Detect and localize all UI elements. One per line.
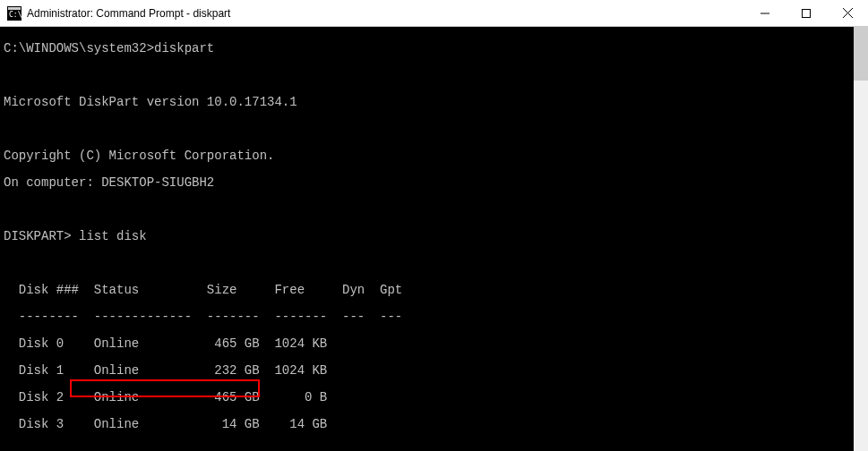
computer-name-line: On computer: DESKTOP-SIUGBH2 [4,176,864,190]
close-button[interactable] [827,0,868,26]
terminal-blank [4,257,864,270]
shell-command: diskpart [154,41,214,55]
svg-rect-1 [8,7,21,10]
window-titlebar: C:\ Administrator: Command Prompt - disk… [0,0,868,27]
terminal-blank [4,445,864,451]
terminal-line: C:\WINDOWS\system32>diskpart [4,42,864,55]
window-title: Administrator: Command Prompt - diskpart [27,7,230,20]
maximize-button[interactable] [786,0,827,26]
vertical-scrollbar[interactable] [854,27,868,451]
diskpart-version: Microsoft DiskPart version 10.0.17134.1 [4,96,864,109]
shell-prompt: C:\WINDOWS\system32> [4,41,154,55]
cmd-icon: C:\ [7,6,21,21]
disk-table-divider: -------- ------------- ------- ------- -… [4,311,864,324]
terminal-blank [4,69,864,82]
diskpart-command: list disk [79,229,147,243]
copyright-line: Copyright (C) Microsoft Corporation. [4,149,864,163]
disk-table-row: Disk 3 Online 14 GB 14 GB [4,418,864,431]
minimize-button[interactable] [744,0,786,26]
terminal-output[interactable]: C:\WINDOWS\system32>diskpart Microsoft D… [0,27,868,451]
disk-table-row: Disk 0 Online 465 GB 1024 KB [4,337,864,351]
scrollbar-thumb[interactable] [854,27,868,81]
disk-table-row: Disk 2 Online 465 GB 0 B [4,391,864,404]
disk-table-row: Disk 1 Online 232 GB 1024 KB [4,364,864,378]
diskpart-prompt: DISKPART> [4,229,79,243]
window-controls [744,0,868,26]
titlebar-left: C:\ Administrator: Command Prompt - disk… [0,6,230,21]
terminal-line: DISKPART> list disk [4,230,864,243]
svg-text:C:\: C:\ [9,11,21,19]
terminal-blank [4,203,864,217]
disk-table-header: Disk ### Status Size Free Dyn Gpt [4,284,864,297]
terminal-blank [4,123,864,136]
svg-rect-4 [803,9,811,17]
